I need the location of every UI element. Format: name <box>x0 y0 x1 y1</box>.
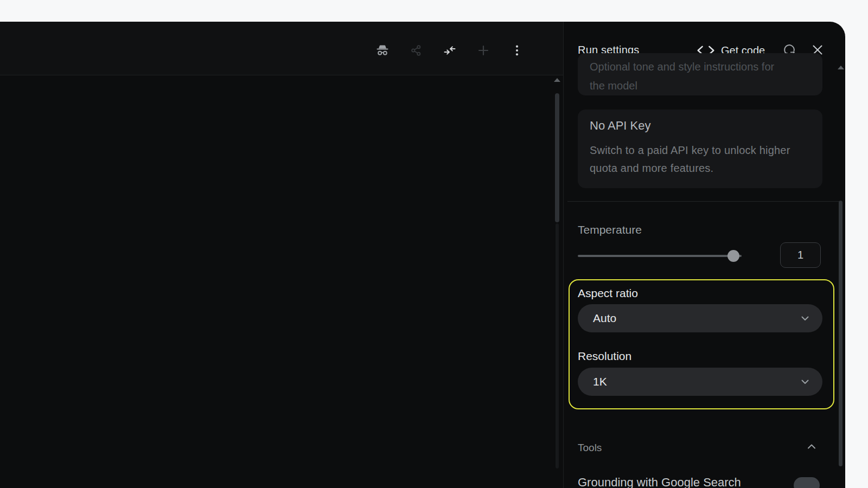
aspect-ratio-select[interactable]: Auto <box>578 304 822 332</box>
plus-icon[interactable] <box>477 44 490 57</box>
system-instructions-placeholder-line: the model <box>590 76 822 95</box>
api-key-card-body-line: Switch to a paid API key to unlock highe… <box>590 142 812 159</box>
temperature-slider-handle[interactable] <box>727 250 739 262</box>
main-header-divider <box>0 75 563 75</box>
resolution-select[interactable]: 1K <box>578 368 822 396</box>
main-scrollbar-thumb[interactable] <box>555 93 559 222</box>
temperature-slider[interactable] <box>578 255 742 257</box>
temperature-value-input[interactable]: 1 <box>780 242 821 268</box>
incognito-icon[interactable] <box>376 44 389 57</box>
chevron-down-icon <box>800 376 810 387</box>
main-scrollbar-track[interactable] <box>556 223 559 468</box>
api-key-card: No API Key Switch to a paid API key to u… <box>578 110 822 188</box>
resolution-label: Resolution <box>578 350 631 363</box>
chevron-down-icon <box>800 313 810 324</box>
api-key-card-title: No API Key <box>590 119 812 133</box>
scroll-up-arrow[interactable] <box>838 66 844 69</box>
temperature-label: Temperature <box>578 223 642 236</box>
panel-divider-vertical <box>563 22 564 488</box>
compare-arrows-icon[interactable] <box>443 44 456 57</box>
share-icon[interactable] <box>410 44 423 57</box>
section-divider <box>567 201 842 202</box>
panel-scrollbar-thumb[interactable] <box>839 201 843 466</box>
tools-section-label: Tools <box>578 442 602 454</box>
system-instructions-field[interactable]: Optional tone and style instructions for… <box>578 53 822 95</box>
grounding-label: Grounding with Google Search <box>578 476 741 488</box>
grounding-toggle[interactable] <box>794 477 820 488</box>
aspect-ratio-label: Aspect ratio <box>578 287 638 300</box>
scroll-up-arrow[interactable] <box>554 78 560 82</box>
aspect-ratio-value: Auto <box>593 312 616 325</box>
system-instructions-placeholder-line: Optional tone and style instructions for <box>590 57 822 76</box>
resolution-value: 1K <box>593 375 607 388</box>
more-options-icon[interactable] <box>510 44 524 57</box>
api-key-card-body-line: quota and more features. <box>590 159 812 177</box>
chevron-up-icon[interactable] <box>805 440 818 453</box>
